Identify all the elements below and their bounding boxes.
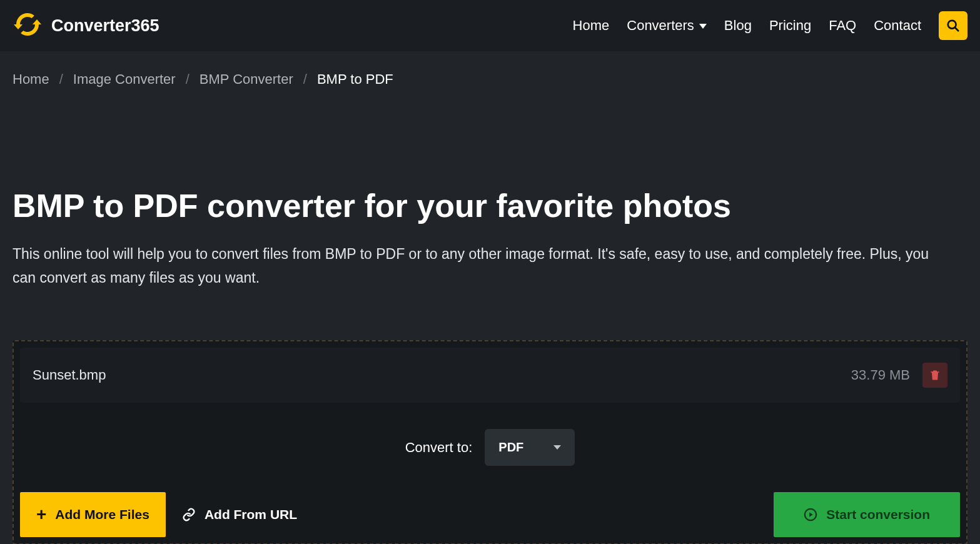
nav-faq[interactable]: FAQ xyxy=(829,18,856,34)
nav-pricing[interactable]: Pricing xyxy=(769,18,811,34)
format-selected: PDF xyxy=(498,440,523,455)
add-more-files-button[interactable]: + Add More Files xyxy=(20,492,166,537)
start-conversion-button[interactable]: Start conversion xyxy=(774,492,960,537)
link-icon xyxy=(182,508,196,521)
logo-rotate-icon xyxy=(13,9,43,42)
svg-rect-3 xyxy=(936,375,936,379)
logo[interactable]: Converter365 xyxy=(13,9,159,42)
breadcrumb-separator: / xyxy=(303,71,307,88)
search-icon xyxy=(946,19,960,33)
add-more-files-label: Add More Files xyxy=(55,507,149,522)
page-description: This online tool will help you to conver… xyxy=(13,243,951,290)
format-select[interactable]: PDF xyxy=(485,429,575,466)
start-conversion-label: Start conversion xyxy=(826,507,930,522)
convert-to-label: Convert to: xyxy=(405,440,473,456)
breadcrumb-bmp-converter[interactable]: BMP Converter xyxy=(200,71,293,88)
breadcrumb-image-converter[interactable]: Image Converter xyxy=(73,71,176,88)
play-circle-icon xyxy=(804,508,817,521)
conversion-panel: Sunset.bmp 33.79 MB Convert to: PDF xyxy=(13,340,967,544)
actions-row: + Add More Files Add From URL Start conv… xyxy=(20,492,960,537)
hero-section: BMP to PDF converter for your favorite p… xyxy=(0,93,980,328)
delete-file-button[interactable] xyxy=(922,363,947,388)
nav-home[interactable]: Home xyxy=(573,18,610,34)
add-from-url-label: Add From URL xyxy=(205,507,297,522)
actions-left: + Add More Files Add From URL xyxy=(20,492,313,537)
svg-marker-5 xyxy=(809,513,813,517)
plus-icon: + xyxy=(36,506,46,523)
file-row: Sunset.bmp 33.79 MB xyxy=(20,348,960,403)
main-nav: Home Converters Blog Pricing FAQ Contact xyxy=(573,11,967,40)
file-size: 33.79 MB xyxy=(851,367,910,383)
breadcrumb-current: BMP to PDF xyxy=(317,71,393,88)
logo-text: Converter365 xyxy=(51,16,159,36)
nav-converters-label: Converters xyxy=(627,18,694,34)
svg-line-1 xyxy=(955,28,959,31)
add-from-url-button[interactable]: Add From URL xyxy=(166,492,313,537)
page-title: BMP to PDF converter for your favorite p… xyxy=(13,186,967,225)
nav-blog[interactable]: Blog xyxy=(724,18,752,34)
chevron-down-icon xyxy=(553,445,561,450)
breadcrumb: Home / Image Converter / BMP Converter /… xyxy=(0,51,980,93)
convert-to-row: Convert to: PDF xyxy=(20,403,960,492)
breadcrumb-separator: / xyxy=(186,71,189,88)
chevron-down-icon xyxy=(699,24,707,29)
trash-icon xyxy=(929,369,941,381)
nav-converters[interactable]: Converters xyxy=(627,18,707,34)
svg-rect-2 xyxy=(934,375,934,379)
breadcrumb-home[interactable]: Home xyxy=(13,71,49,88)
file-name: Sunset.bmp xyxy=(33,367,106,383)
file-meta: 33.79 MB xyxy=(851,363,947,388)
conversion-panel-wrap: Sunset.bmp 33.79 MB Convert to: PDF xyxy=(13,340,967,544)
breadcrumb-separator: / xyxy=(59,71,63,88)
main-header: Converter365 Home Converters Blog Pricin… xyxy=(0,0,980,51)
search-button[interactable] xyxy=(939,11,967,40)
nav-contact[interactable]: Contact xyxy=(874,18,921,34)
